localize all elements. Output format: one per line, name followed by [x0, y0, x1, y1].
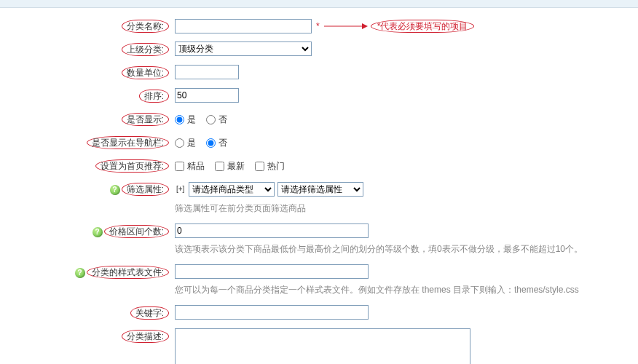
label-style-file: 分类的样式表文件: [87, 266, 169, 279]
label-category-name: 分类名称: [122, 20, 169, 33]
goods-type-select[interactable]: 请选择商品类型 [189, 182, 275, 197]
label-keywords: 关键字: [130, 306, 169, 320]
filter-attr-hint: 筛选属性可在前分类页面筛选商品 [175, 200, 363, 216]
keywords-input[interactable] [175, 305, 369, 320]
is-show-no-text: 否 [218, 111, 227, 127]
label-parent-category: 上级分类: [122, 43, 169, 56]
description-textarea[interactable] [175, 328, 470, 364]
is-show-yes-radio[interactable] [175, 115, 184, 124]
price-range-count-input[interactable] [175, 223, 369, 238]
required-star: * [315, 18, 321, 34]
style-file-hint: 您可以为每一个商品分类指定一个样式表文件。例如文件存放在 themes 目录下则… [175, 282, 579, 298]
label-sort: 排序: [139, 90, 169, 103]
is-show-yes-option[interactable]: 是 [175, 111, 196, 127]
label-description: 分类描述: [122, 330, 169, 343]
is-show-no-option[interactable]: 否 [206, 111, 227, 127]
label-show-in-nav: 是否显示在导航栏: [87, 136, 169, 149]
label-filter-attr: 筛选属性: [122, 183, 169, 196]
svg-marker-1 [362, 23, 368, 29]
show-in-nav-no-text: 否 [218, 135, 227, 151]
add-filter-button[interactable]: [+] [175, 181, 186, 197]
help-icon[interactable]: ? [110, 185, 120, 195]
show-in-nav-yes-option[interactable]: 是 [175, 135, 196, 151]
label-quantity-unit: 数量单位: [122, 66, 169, 79]
arrow-icon [324, 20, 368, 32]
required-annotation: *代表必须要填写的项目 [371, 20, 475, 33]
rec-jingpin-text: 精品 [187, 158, 205, 174]
category-name-input[interactable] [175, 19, 312, 33]
rec-remen-option[interactable]: 热门 [255, 158, 285, 174]
show-in-nav-yes-text: 是 [187, 135, 196, 151]
show-in-nav-yes-radio[interactable] [175, 138, 184, 148]
style-file-input[interactable] [175, 264, 369, 279]
rec-remen-text: 热门 [267, 158, 285, 174]
rec-jingpin-option[interactable]: 精品 [175, 158, 205, 174]
filter-attr-select[interactable]: 请选择筛选属性 [277, 182, 363, 197]
quantity-unit-input[interactable] [175, 65, 239, 79]
is-show-no-radio[interactable] [206, 115, 216, 124]
is-show-yes-text: 是 [187, 111, 196, 127]
show-in-nav-no-option[interactable]: 否 [206, 135, 227, 151]
parent-category-select[interactable]: 顶级分类 [175, 41, 312, 56]
rec-zuixin-option[interactable]: 最新 [215, 158, 245, 174]
rec-zuixin-checkbox[interactable] [215, 162, 224, 171]
label-home-rec: 设置为首页推荐: [95, 159, 169, 173]
label-price-range-count: 价格区间个数: [104, 225, 169, 238]
help-icon[interactable]: ? [75, 268, 85, 278]
category-form: 分类名称: * *代表必须要填写的项目 上级分类: 顶级分类 [0, 8, 638, 364]
price-range-hint: 该选项表示该分类下商品最低价与最高价之间的划分的等级个数，填0表示不做分级，最多… [175, 241, 583, 257]
help-icon[interactable]: ? [92, 227, 103, 237]
show-in-nav-no-radio[interactable] [206, 138, 216, 148]
top-bar [0, 0, 638, 8]
sort-input[interactable] [175, 88, 239, 103]
rec-remen-checkbox[interactable] [255, 162, 264, 171]
label-is-show: 是否显示: [122, 113, 169, 126]
rec-jingpin-checkbox[interactable] [175, 162, 184, 171]
rec-zuixin-text: 最新 [227, 158, 245, 174]
